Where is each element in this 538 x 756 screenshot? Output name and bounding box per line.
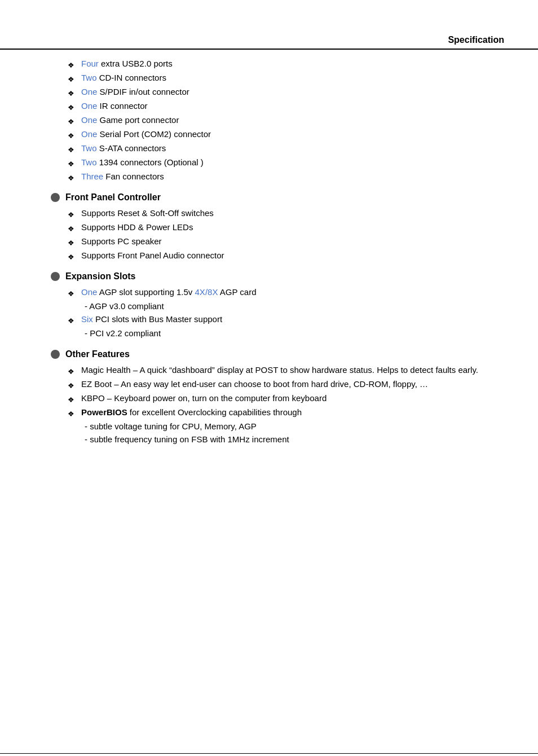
bullet-diamond-icon [68, 102, 76, 110]
sub-note-item: - subtle voltage tuning for CPU, Memory,… [34, 421, 504, 431]
colored-word: One [81, 115, 97, 125]
bullet-text: One Game port connector [81, 115, 179, 125]
bullet-item: Two CD-IN connectors [34, 73, 504, 82]
section-circle-icon [51, 272, 60, 281]
bullet-diamond-icon [68, 223, 76, 231]
sub-note-item: - subtle frequency tuning on FSB with 1M… [34, 434, 504, 444]
bullet-diamond-icon [68, 394, 76, 402]
bullet-diamond-icon [68, 173, 76, 181]
section-title: Expansion Slots [65, 271, 135, 282]
section-list-expansion-slots: One AGP slot supporting 1.5v 4X/8X AGP c… [34, 287, 504, 338]
section-header-expansion-slots: Expansion Slots [51, 271, 504, 282]
section-header-front-panel: Front Panel Controller [51, 192, 504, 203]
bullet-item: One S/PDIF in/out connector [34, 87, 504, 96]
sub-bullet-text: Magic Health – A quick “dashboard” displ… [81, 365, 478, 375]
section-circle-icon [51, 193, 60, 202]
section-title: Other Features [65, 349, 130, 359]
bullet-item: Two S-ATA connectors [34, 143, 504, 153]
sub-note-item: - PCI v2.2 compliant [34, 328, 504, 338]
bullet-item: Two 1394 connectors (Optional ) [34, 157, 504, 167]
section-list-front-panel: Supports Reset & Soft-Off switchesSuppor… [34, 208, 504, 260]
bullet-text: One Serial Port (COM2) connector [81, 129, 211, 139]
sub-bullet-item: Supports PC speaker [34, 236, 504, 246]
bold-word: PowerBIOS [81, 407, 127, 417]
bullet-item: One Serial Port (COM2) connector [34, 129, 504, 139]
sub-note-text: - AGP v3.0 compliant [85, 301, 164, 311]
bullet-diamond-icon [68, 60, 76, 68]
colored-word: One [81, 287, 97, 297]
page-container: Specification Four extra USB2.0 portsTwo… [0, 25, 538, 756]
sub-bullet-text: One AGP slot supporting 1.5v 4X/8X AGP c… [81, 287, 257, 297]
bullet-item: One Game port connector [34, 115, 504, 125]
bullet-diamond-icon [68, 238, 76, 245]
section-title: Front Panel Controller [65, 192, 161, 203]
section-list-other-features: Magic Health – A quick “dashboard” displ… [34, 365, 504, 444]
bullet-item: Four extra USB2.0 ports [34, 59, 504, 68]
sub-bullet-text: KBPO – Keyboard power on, turn on the co… [81, 393, 327, 403]
sub-bullet-item: Supports HDD & Power LEDs [34, 222, 504, 232]
sub-bullet-text: EZ Boot – An easy way let end-user can c… [81, 379, 428, 389]
colored-word: One [81, 129, 97, 139]
sub-note-item: - AGP v3.0 compliant [34, 301, 504, 311]
colored-word: Three [81, 172, 103, 181]
bullet-text: One IR connector [81, 101, 148, 111]
sub-bullet-text: Six PCI slots with Bus Master support [81, 314, 222, 324]
bullet-diamond-icon [68, 288, 76, 296]
bullet-diamond-icon [68, 130, 76, 138]
bullet-text: Two CD-IN connectors [81, 73, 166, 82]
colored-word: Four [81, 59, 99, 68]
bullet-diamond-icon [68, 252, 76, 260]
sub-note-text: - subtle frequency tuning on FSB with 1M… [85, 434, 289, 444]
section-circle-icon [51, 350, 60, 359]
bullet-diamond-icon [68, 74, 76, 82]
bullet-diamond-icon [68, 88, 76, 96]
top-bullet-list: Four extra USB2.0 portsTwo CD-IN connect… [34, 59, 504, 181]
page-header-title: Specification [448, 35, 504, 45]
sub-bullet-item: PowerBIOS for excellent Overclocking cap… [34, 407, 504, 417]
bullet-diamond-icon [68, 159, 76, 166]
sub-bullet-item: Supports Reset & Soft-Off switches [34, 208, 504, 218]
colored-word-extra: 4X/8X [195, 287, 218, 297]
sub-note-text: - PCI v2.2 compliant [85, 328, 161, 338]
sub-bullet-text: Supports Reset & Soft-Off switches [81, 208, 214, 218]
bullet-text: Two S-ATA connectors [81, 143, 166, 153]
bullet-text: Four extra USB2.0 ports [81, 59, 173, 68]
bullet-text: One S/PDIF in/out connector [81, 87, 189, 96]
sections-container: Front Panel ControllerSupports Reset & S… [34, 192, 504, 444]
sub-bullet-item: Supports Front Panel Audio connector [34, 250, 504, 260]
sub-note-text: - subtle voltage tuning for CPU, Memory,… [85, 421, 257, 431]
sub-bullet-text: PowerBIOS for excellent Overclocking cap… [81, 407, 302, 417]
footer-rule [0, 753, 538, 754]
bullet-diamond-icon [68, 209, 76, 217]
bullet-diamond-icon [68, 380, 76, 388]
colored-word: One [81, 101, 97, 111]
bullet-diamond-icon [68, 366, 76, 374]
bullet-text: Three Fan connectors [81, 172, 164, 181]
sub-bullet-text: Supports HDD & Power LEDs [81, 222, 193, 232]
bullet-diamond-icon [68, 315, 76, 323]
sub-bullet-item: KBPO – Keyboard power on, turn on the co… [34, 393, 504, 403]
content-area: Four extra USB2.0 portsTwo CD-IN connect… [0, 25, 538, 484]
colored-word: Two [81, 73, 97, 82]
sub-bullet-item: Six PCI slots with Bus Master support [34, 314, 504, 324]
colored-word: One [81, 87, 97, 96]
bullet-diamond-icon [68, 116, 76, 124]
header-rule [0, 49, 538, 50]
bullet-item: Three Fan connectors [34, 172, 504, 181]
colored-word: Two [81, 157, 97, 167]
colored-word: Two [81, 143, 97, 153]
colored-word: Six [81, 314, 93, 324]
bullet-text: Two 1394 connectors (Optional ) [81, 157, 204, 167]
bullet-diamond-icon [68, 144, 76, 152]
sub-bullet-text: Supports PC speaker [81, 236, 162, 246]
bullet-item: One IR connector [34, 101, 504, 111]
sub-bullet-item: EZ Boot – An easy way let end-user can c… [34, 379, 504, 389]
sub-bullet-text: Supports Front Panel Audio connector [81, 250, 224, 260]
section-header-other-features: Other Features [51, 349, 504, 359]
sub-bullet-item: One AGP slot supporting 1.5v 4X/8X AGP c… [34, 287, 504, 297]
bullet-diamond-icon [68, 408, 76, 416]
sub-bullet-item: Magic Health – A quick “dashboard” displ… [34, 365, 504, 375]
